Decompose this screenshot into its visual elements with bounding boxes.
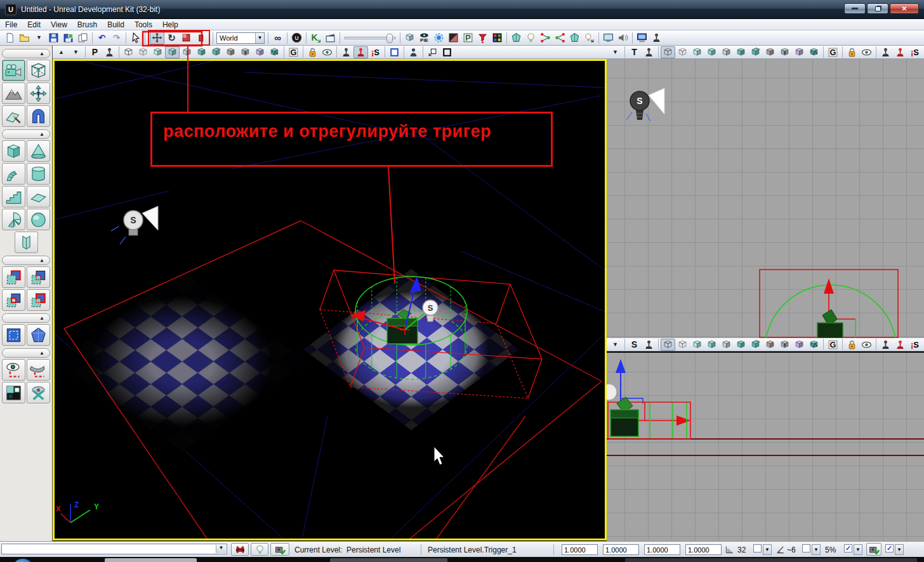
menu-view[interactable]: View: [46, 20, 72, 30]
clear-level-button[interactable]: [231, 543, 249, 556]
taskbar-item[interactable]: [625, 558, 917, 562]
matinee-preview-button[interactable]: [387, 46, 402, 58]
realtime-toggle-button[interactable]: [339, 46, 353, 58]
viewmode-lighting-only-button[interactable]: [734, 339, 748, 351]
brush-cone-button[interactable]: [27, 140, 50, 162]
game-view-toggle-button[interactable]: G: [826, 339, 840, 351]
show-selected-button[interactable]: [2, 359, 25, 381]
windows-taskbar[interactable]: [0, 557, 924, 562]
terrain-mode-button[interactable]: [2, 82, 25, 104]
build-geometry-button[interactable]: [509, 31, 524, 44]
viewport-options-dropdown-button[interactable]: ▼: [69, 46, 83, 58]
viewmode-unlit-button[interactable]: [690, 339, 704, 351]
translate-tool-button[interactable]: [150, 31, 164, 44]
brush-cylinder-button[interactable]: [27, 163, 50, 185]
stats-toggle-button[interactable]: ¡S: [368, 46, 383, 58]
perspective-viewport[interactable]: S S Z Y X: [53, 59, 607, 540]
toolbox-section-collapse[interactable]: ▲: [2, 256, 50, 265]
viewmode-wireframe-button[interactable]: [121, 46, 136, 58]
drawscale-field[interactable]: [685, 544, 722, 555]
minimize-button[interactable]: [844, 3, 866, 14]
play-in-editor-button[interactable]: PIE: [417, 31, 432, 44]
select-tool-button[interactable]: [128, 31, 143, 44]
speaker-actor[interactable]: S: [626, 88, 664, 121]
realtime-toggle-button[interactable]: [878, 339, 893, 351]
realtime-audio-toggle-button[interactable]: [893, 339, 908, 351]
rotation-grid-checkbox[interactable]: [802, 544, 810, 552]
build-paths-button[interactable]: [538, 31, 553, 44]
viewmode-light-complexity-button[interactable]: [748, 46, 763, 58]
viewmode-lightmap-density-button[interactable]: [792, 46, 807, 58]
realtime-audio-toggle-button[interactable]: [353, 46, 368, 58]
brush-sphere-button[interactable]: [27, 209, 50, 230]
viewmode-shader-complexity-button[interactable]: s: [238, 46, 253, 58]
stats-toggle-button[interactable]: ¡S: [908, 339, 922, 351]
show-flags-button[interactable]: [859, 46, 874, 58]
coordinate-system-select[interactable]: World▼: [216, 32, 265, 44]
viewmode-brush-wireframe-button[interactable]: [675, 46, 690, 58]
chevron-down-icon[interactable]: ▼: [216, 545, 226, 553]
show-flags-button[interactable]: [859, 339, 874, 351]
toolbox-section-collapse[interactable]: ▲: [2, 129, 50, 139]
viewmode-wireframe-button[interactable]: [661, 339, 675, 351]
possess-player-button[interactable]: [406, 46, 421, 58]
viewmode-wireframe-button[interactable]: [661, 46, 675, 58]
fullscreen-toggle-button[interactable]: [601, 31, 616, 44]
brush-cube-button[interactable]: [2, 140, 25, 162]
menu-brush[interactable]: Brush: [72, 20, 102, 30]
top-viewport[interactable]: S: [607, 59, 924, 338]
viewport-options-dropdown-button[interactable]: ▼: [608, 339, 623, 351]
scale-nonuniform-tool-button[interactable]: [194, 31, 208, 44]
build-lighting-button[interactable]: [524, 31, 538, 44]
csg-subtract-button[interactable]: [27, 266, 50, 288]
lighting-quality-button[interactable]: [582, 31, 597, 44]
save-copy-button[interactable]: [76, 31, 90, 44]
toolbox-section-collapse[interactable]: ▲: [2, 348, 50, 358]
viewport-type-label[interactable]: P: [88, 46, 102, 58]
viewport-realtime-button[interactable]: [642, 46, 656, 58]
open-matinee-button[interactable]: [323, 31, 338, 44]
viewmode-brush-wireframe-button[interactable]: [675, 339, 690, 351]
udk-browser-button[interactable]: U: [289, 31, 304, 44]
open-kismet-button[interactable]: K: [308, 31, 323, 44]
brush-linear-stair-button[interactable]: [2, 186, 25, 207]
build-all-button[interactable]: [567, 31, 582, 44]
lighting-build-button[interactable]: [251, 543, 268, 556]
viewmode-lit-button[interactable]: [704, 46, 719, 58]
speaker-actor[interactable]: [607, 384, 617, 400]
emitter-editor-button[interactable]: [490, 31, 505, 44]
viewmode-light-complexity-button[interactable]: [748, 339, 763, 351]
content-browser-button[interactable]: [402, 31, 417, 44]
brush-sheet-button[interactable]: [27, 186, 50, 207]
rotate-tool-button[interactable]: ↻: [164, 31, 179, 44]
save-all-button[interactable]: [61, 31, 76, 44]
autosave-checkbox[interactable]: ✓: [885, 544, 894, 552]
autosave-toggle-button[interactable]: [866, 543, 881, 556]
find-actors-button[interactable]: ∞: [270, 31, 285, 44]
open-map-button[interactable]: [17, 31, 32, 44]
trigger-actor[interactable]: [817, 310, 843, 338]
start-button[interactable]: [11, 558, 34, 562]
play-on-console-button[interactable]: [649, 31, 664, 44]
viewmode-shader-complexity-button[interactable]: s: [777, 339, 792, 351]
menu-file[interactable]: File: [0, 20, 22, 30]
viewmode-detail-lighting-button[interactable]: [719, 46, 734, 58]
hide-selected-button[interactable]: [27, 359, 50, 381]
lock-viewport-button[interactable]: [845, 339, 859, 351]
collapse-toolbar-button[interactable]: ▲: [54, 46, 69, 58]
menu-help[interactable]: Help: [157, 20, 183, 30]
texture-pan-mode-button[interactable]: T: [27, 82, 50, 104]
hide-all-button[interactable]: [27, 382, 50, 403]
drag-grid-dropdown[interactable]: ▼: [763, 544, 772, 555]
drawscale-y-field[interactable]: [603, 544, 639, 555]
toggle-sockets-button[interactable]: [475, 31, 490, 44]
show-flags-button[interactable]: [320, 46, 334, 58]
chevron-down-icon[interactable]: ▼: [255, 33, 264, 43]
add-volume-button[interactable]: [27, 324, 50, 346]
viewmode-lighting-only-button[interactable]: [194, 46, 209, 58]
viewport-realtime-button[interactable]: [642, 339, 656, 351]
geometry-mode-button[interactable]: [27, 60, 50, 81]
viewmode-unlit-button[interactable]: [690, 46, 704, 58]
redo-button[interactable]: ↷: [109, 31, 124, 44]
slider-thumb[interactable]: [386, 34, 393, 43]
